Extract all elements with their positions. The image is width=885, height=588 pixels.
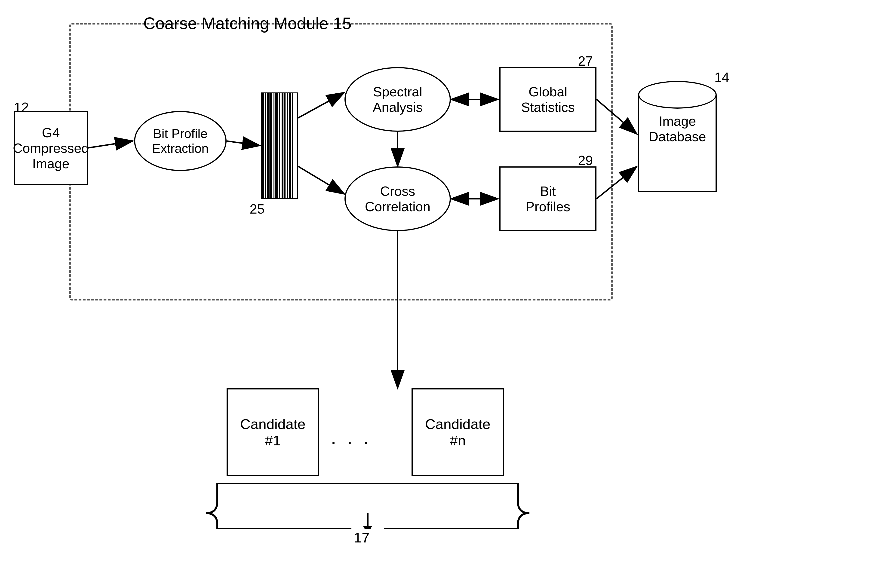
label-17: 17 [354,529,370,546]
spectral-analysis-node: SpectralAnalysis [345,67,451,132]
cylinder-top [638,81,717,109]
candidaten-box: Candidate#n [411,388,504,476]
brace-svg [194,483,541,529]
image-database-cylinder: ImageDatabase [638,81,717,206]
module-label: Coarse Matching Module 15 [143,14,352,33]
g4-label: G4CompressedImage [13,125,89,171]
bp-label: BitProfiles [525,183,570,214]
bit-profiles-box: BitProfiles [500,166,597,231]
barcode-lines [262,93,297,198]
gs-label: GlobalStatistics [521,84,575,115]
candidaten-label: Candidate#n [425,416,490,448]
sa-label: SpectralAnalysis [373,84,423,115]
label-14: 14 [714,69,729,85]
ellipsis-dots: . . . [331,425,371,449]
bpe-label: Bit ProfileExtraction [152,126,209,156]
image-database-label: ImageDatabase [638,113,717,144]
label-25: 25 [250,201,265,217]
svg-marker-5 [363,526,372,529]
bit-profile-extraction-node: Bit ProfileExtraction [134,111,226,171]
barcode-symbol [261,93,298,199]
cross-correlation-node: CrossCorrelation [345,166,451,231]
label-27: 27 [578,53,593,69]
label-29: 29 [578,153,593,168]
candidate1-label: Candidate#1 [240,416,306,448]
g4-compressed-image-box: G4CompressedImage [14,111,88,185]
diagram-container: Coarse Matching Module 15 12 G4Compresse… [0,0,885,588]
cc-label: CrossCorrelation [365,183,430,214]
global-statistics-box: GlobalStatistics [500,67,597,132]
candidate1-box: Candidate#1 [226,388,319,476]
brace-container [194,483,541,529]
